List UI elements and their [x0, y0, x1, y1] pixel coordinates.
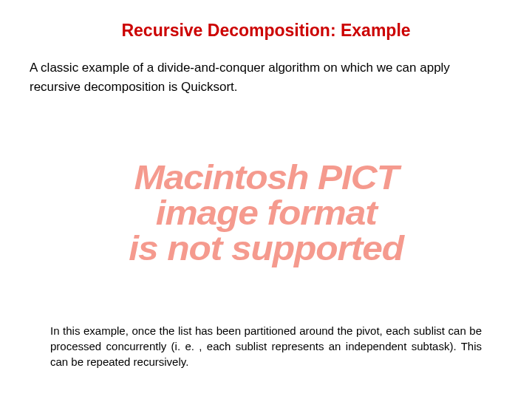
footnote-paragraph: In this example, once the list has been … — [30, 323, 502, 377]
placeholder-line-1: Macintosh PICT — [134, 158, 398, 197]
slide: Recursive Decomposition: Example A class… — [0, 0, 532, 399]
placeholder-message: Macintosh PICT image format is not suppo… — [129, 160, 403, 267]
slide-title: Recursive Decomposition: Example — [30, 21, 502, 41]
image-placeholder: Macintosh PICT image format is not suppo… — [30, 112, 502, 314]
placeholder-line-2: image format — [155, 194, 376, 232]
intro-paragraph: A classic example of a divide-and-conque… — [30, 58, 502, 98]
placeholder-line-3: is not supported — [129, 229, 403, 267]
